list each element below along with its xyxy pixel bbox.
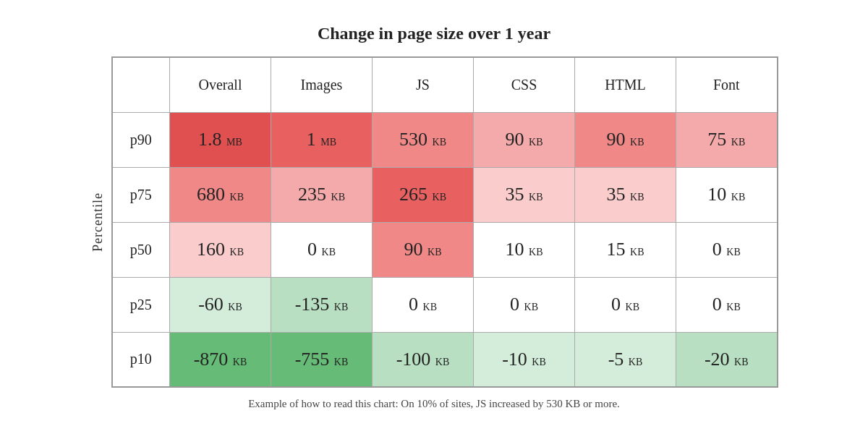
cell-p75-col-5: 10 KB	[676, 167, 778, 222]
cell-p25-col-3: 0 KB	[474, 277, 575, 332]
row-label-p90: p90	[112, 112, 170, 167]
table-row: p75680 KB235 KB265 KB35 KB35 KB10 KB	[112, 167, 778, 222]
table-row: p25-60 KB-135 KB0 KB0 KB0 KB0 KB	[112, 277, 778, 332]
cell-p75-col-0: 680 KB	[170, 167, 271, 222]
cell-p75-col-2: 265 KB	[373, 167, 474, 222]
cell-p10-col-3: -10 KB	[474, 332, 575, 387]
cell-p50-col-0: 160 KB	[170, 222, 271, 277]
cell-p90-col-3: 90 KB	[474, 112, 575, 167]
header-cell-js: JS	[373, 57, 474, 112]
cell-p25-col-4: 0 KB	[575, 277, 676, 332]
cell-p10-col-1: -755 KB	[271, 332, 373, 387]
cell-p10-col-0: -870 KB	[170, 332, 271, 387]
row-label-p25: p25	[112, 277, 170, 332]
header-cell-overall: Overall	[170, 57, 271, 112]
header-cell-empty	[112, 57, 170, 112]
row-label-p75: p75	[112, 167, 170, 222]
cell-p25-col-2: 0 KB	[373, 277, 474, 332]
header-cell-html: HTML	[575, 57, 676, 112]
y-axis-label: Percentile	[90, 192, 106, 252]
cell-p50-col-3: 10 KB	[474, 222, 575, 277]
table-row: p901.8 MB1 MB530 KB90 KB90 KB75 KB	[112, 112, 778, 167]
cell-p75-col-3: 35 KB	[474, 167, 575, 222]
table-row: p50160 KB0 KB90 KB10 KB15 KB0 KB	[112, 222, 778, 277]
header-cell-css: CSS	[474, 57, 575, 112]
header-row: Overall Images JS CSS HTML Font	[112, 57, 778, 112]
cell-p25-col-5: 0 KB	[676, 277, 778, 332]
cell-p10-col-5: -20 KB	[676, 332, 778, 387]
chart-title: Change in page size over 1 year	[318, 24, 550, 43]
cell-p25-col-0: -60 KB	[170, 277, 271, 332]
cell-p90-col-1: 1 MB	[271, 112, 373, 167]
row-label-p10: p10	[112, 332, 170, 387]
cell-p75-col-4: 35 KB	[575, 167, 676, 222]
cell-p50-col-1: 0 KB	[271, 222, 373, 277]
cell-p90-col-0: 1.8 MB	[170, 112, 271, 167]
header-cell-images: Images	[271, 57, 373, 112]
cell-p90-col-5: 75 KB	[676, 112, 778, 167]
cell-p25-col-1: -135 KB	[271, 277, 373, 332]
cell-p50-col-5: 0 KB	[676, 222, 778, 277]
cell-p50-col-4: 15 KB	[575, 222, 676, 277]
cell-p10-col-2: -100 KB	[373, 332, 474, 387]
cell-p90-col-2: 530 KB	[373, 112, 474, 167]
cell-p50-col-2: 90 KB	[373, 222, 474, 277]
data-table: Overall Images JS CSS HTML Font p901.8 M…	[111, 56, 778, 388]
cell-p90-col-4: 90 KB	[575, 112, 676, 167]
cell-p75-col-1: 235 KB	[271, 167, 373, 222]
chart-footnote: Example of how to read this chart: On 10…	[248, 398, 620, 410]
table-wrapper: Percentile Overall Images JS CSS HTML Fo…	[90, 56, 778, 388]
chart-container: Change in page size over 1 year Percenti…	[36, 24, 832, 410]
row-label-p50: p50	[112, 222, 170, 277]
cell-p10-col-4: -5 KB	[575, 332, 676, 387]
header-cell-font: Font	[676, 57, 778, 112]
table-row: p10-870 KB-755 KB-100 KB-10 KB-5 KB-20 K…	[112, 332, 778, 387]
